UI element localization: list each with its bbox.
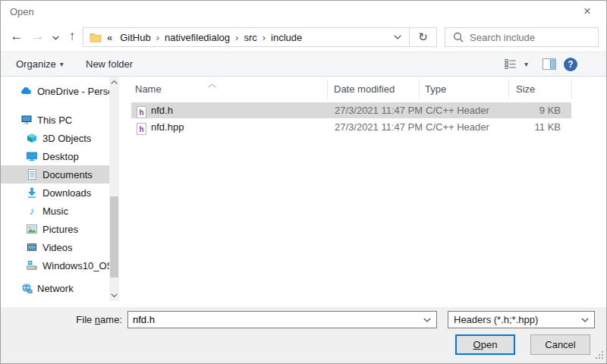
recent-locations-icon[interactable] [49, 23, 61, 52]
sidebar-item-onedrive[interactable]: OneDrive - Person [1, 82, 109, 100]
sidebar-item-label: 3D Objects [42, 133, 91, 144]
videos-icon [26, 241, 38, 253]
sidebar-item-network[interactable]: Network [1, 279, 109, 297]
organize-button[interactable]: Organize▾ [16, 52, 64, 76]
scrollbar-thumb[interactable] [110, 196, 118, 278]
desktop-icon [26, 150, 38, 162]
file-size: 11 KB [509, 119, 561, 135]
sidebar-item-label: Downloads [42, 187, 91, 199]
music-note-icon: ♪ [26, 205, 38, 217]
downloads-icon [26, 187, 38, 199]
chevron-down-icon[interactable] [576, 312, 594, 328]
sidebar-item-label: Videos [42, 242, 73, 253]
header-file-icon: h [137, 104, 146, 120]
dialog-footer: File name: Headers (*.h;*.hpp) Open Canc… [1, 307, 606, 363]
pictures-icon [26, 223, 38, 235]
chevron-down-icon[interactable] [418, 312, 436, 328]
sidebar-item-label: OneDrive - Person [37, 86, 109, 97]
3d-objects-icon [26, 132, 38, 144]
onedrive-cloud-icon [20, 85, 33, 97]
network-icon [20, 282, 33, 294]
sidebar-item-pictures[interactable]: Pictures [1, 220, 109, 238]
navigation-bar: ← → ↑ « GitHub › nativefiledialog › src … [1, 23, 606, 52]
column-header-name[interactable]: Name [135, 82, 162, 97]
column-divider[interactable] [508, 79, 509, 99]
documents-icon [26, 168, 38, 180]
breadcrumb-item-github[interactable]: GitHub [115, 32, 155, 43]
file-type-filter-dropdown[interactable]: Headers (*.h;*.hpp) [448, 311, 595, 328]
os-drive-icon [26, 259, 38, 271]
sidebar-item-windows10-os-drive[interactable]: Windows10_OS ( [1, 256, 109, 275]
breadcrumb-item-include[interactable]: include [266, 32, 307, 43]
file-row-nfd-hpp[interactable]: h nfd.hpp 27/3/2021 11:47 PM C/C++ Heade… [131, 119, 571, 135]
sidebar-item-label: Network [37, 283, 74, 294]
file-date-modified: 27/3/2021 11:47 PM [335, 102, 423, 118]
file-type: C/C++ Header [426, 102, 489, 118]
dialog-title: Open [10, 6, 34, 17]
cancel-button[interactable]: Cancel [530, 334, 590, 355]
sidebar-item-this-pc[interactable]: This PC [1, 111, 109, 129]
up-icon[interactable]: ↑ [63, 23, 81, 52]
column-header-date-modified[interactable]: Date modified [334, 82, 395, 97]
search-icon [453, 32, 464, 42]
sidebar-item-label: This PC [37, 115, 72, 126]
file-name: nfd.hpp [151, 119, 184, 135]
breadcrumb-overflow-icon[interactable]: « [107, 32, 115, 43]
open-button[interactable]: Open [455, 334, 515, 355]
column-divider[interactable] [571, 79, 572, 99]
breadcrumb-item-src[interactable]: src [239, 32, 261, 43]
help-icon[interactable]: ? [564, 58, 577, 71]
filter-value: Headers (*.h;*.hpp) [454, 314, 576, 325]
address-dropdown-icon[interactable] [386, 28, 409, 46]
sidebar-scrollbar[interactable] [109, 77, 119, 301]
sidebar-item-label: Documents [42, 169, 93, 180]
view-options-chevron-icon[interactable]: ▾ [524, 52, 528, 76]
search-box[interactable] [445, 27, 599, 47]
scroll-up-icon[interactable] [109, 77, 119, 88]
sidebar-item-videos[interactable]: Videos [1, 238, 109, 256]
sidebar-item-downloads[interactable]: Downloads [1, 184, 109, 202]
close-icon[interactable]: × [574, 2, 600, 21]
column-divider[interactable] [419, 79, 420, 99]
new-folder-button[interactable]: New folder [86, 52, 133, 76]
file-name-combobox[interactable] [127, 311, 437, 328]
title-bar: Open × [1, 1, 606, 23]
open-file-dialog: Open × ← → ↑ « GitHub › nativefiledialog… [0, 0, 607, 364]
chevron-down-icon: ▾ [60, 60, 64, 68]
command-bar: Organize▾ New folder ▾ ? [1, 52, 606, 77]
search-input[interactable] [470, 32, 598, 43]
address-bar[interactable]: « GitHub › nativefiledialog › src › incl… [83, 27, 437, 47]
sidebar-item-label: Desktop [42, 151, 79, 162]
refresh-icon[interactable]: ↻ [409, 27, 437, 47]
file-date-modified: 27/3/2021 11:47 PM [335, 119, 423, 135]
sidebar-item-documents[interactable]: Documents [1, 165, 109, 184]
breadcrumb-item-nativefiledialog[interactable]: nativefiledialog [160, 32, 234, 43]
header-file-icon: h [137, 121, 146, 136]
main-area: OneDrive - Person This PC 3D Objects Des… [1, 77, 606, 307]
back-icon[interactable]: ← [7, 23, 27, 52]
details-view-icon[interactable] [505, 58, 517, 71]
forward-icon: → [28, 23, 48, 52]
file-name-label: File name: [1, 314, 122, 325]
file-size: 9 KB [509, 102, 561, 118]
column-divider[interactable] [327, 79, 328, 99]
sort-ascending-icon [208, 79, 216, 90]
new-folder-label: New folder [86, 58, 133, 70]
preview-pane-icon[interactable] [543, 58, 556, 72]
file-type: C/C++ Header [426, 119, 489, 135]
sidebar-item-desktop[interactable]: Desktop [1, 147, 109, 165]
sidebar-item-music[interactable]: ♪ Music [1, 202, 109, 220]
sidebar-item-label: Windows10_OS ( [42, 260, 109, 271]
resize-grip[interactable] [596, 350, 604, 362]
scroll-down-icon[interactable] [109, 290, 119, 301]
file-name: nfd.h [151, 102, 173, 118]
column-header-size[interactable]: Size [516, 82, 535, 97]
file-name-input[interactable] [128, 314, 418, 325]
sidebar-item-label: Pictures [42, 224, 78, 235]
organize-label: Organize [16, 58, 56, 70]
this-pc-icon [20, 114, 33, 126]
file-row-nfd-h[interactable]: h nfd.h 27/3/2021 11:47 PM C/C++ Header … [131, 102, 571, 118]
column-header-type[interactable]: Type [425, 82, 446, 97]
sidebar-item-3d-objects[interactable]: 3D Objects [1, 129, 109, 147]
sidebar-item-label: Music [42, 206, 68, 217]
